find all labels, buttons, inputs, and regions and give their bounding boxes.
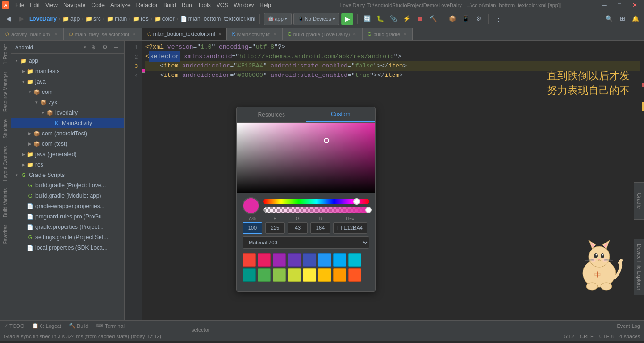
notifications-btn[interactable]: 🔔 [630,13,641,25]
menu-vcs[interactable]: VCS [214,1,231,9]
search-btn[interactable]: 🔍 [603,13,615,25]
side-tab-favorites[interactable]: Favorites [2,221,9,248]
cursor-position[interactable]: 5:12 [564,334,574,339]
breadcrumb-file[interactable]: mian_bottom_textcolor.xml [188,16,256,22]
close-btn[interactable]: ✕ [629,0,640,11]
color-gradient[interactable] [237,123,375,193]
tree-item-build-gradle-module[interactable]: ▶ G build.gradle (Module: app) [11,191,124,201]
tree-item-zyx[interactable]: ▾ 📦 zyx [11,97,124,108]
material-preset-select[interactable]: Material 700 Material 500 Material 300 M… [243,236,369,249]
profile-btn[interactable]: ⚡ [401,13,412,25]
tab-close-build-gradle-love[interactable]: ✕ [351,31,357,37]
tab-close-activity-main[interactable]: ✕ [53,31,59,37]
menu-help[interactable]: Help [257,1,274,9]
tab-close-main-they[interactable]: ✕ [131,31,137,37]
minimize-btn[interactable]: ─ [599,0,610,11]
menu-analyze[interactable]: Analyze [108,1,134,9]
tree-item-java-gen[interactable]: ▶ 📁 java (generated) [11,149,124,159]
red-input[interactable] [265,222,285,234]
alpha-input[interactable] [243,222,262,234]
menu-navigate[interactable]: Navigate [60,1,88,9]
tab-mainactivity[interactable]: K MainActivity.kt ✕ [227,28,283,40]
tree-item-java[interactable]: ▾ 📁 java [11,76,124,87]
tree-item-local-props[interactable]: ▶ 📄 local.properties (SDK Loca... [11,243,124,253]
tree-item-com[interactable]: ▾ 📦 com [11,87,124,97]
side-tab-project[interactable]: 1: Project [2,41,9,68]
back-btn[interactable]: ◀ [3,13,14,25]
alpha-slider[interactable] [263,207,369,213]
tab-build-gradle-love[interactable]: G build.gradle (Love Dairy) ✕ [283,28,363,40]
tab-close-mian-bottom[interactable]: ✕ [217,31,223,37]
hue-slider[interactable] [263,199,369,204]
breadcrumb-color[interactable]: color [162,16,175,22]
hex-input[interactable] [333,222,367,234]
tab-build-gradle[interactable]: G build.gradle ✕ [362,28,413,40]
swatch-red[interactable] [243,253,256,267]
indent-setting[interactable]: 4 spaces [619,334,640,339]
breadcrumb-app-folder[interactable]: app [70,16,80,22]
swatch-teal[interactable] [243,268,256,282]
sdk-btn[interactable]: 📦 [447,13,458,25]
swatch-pink[interactable] [258,253,271,267]
panel-gear-btn[interactable]: ⚙ [100,43,109,51]
tree-item-gradle-wrapper[interactable]: ▶ 📄 gradle-wrapper.properties... [11,201,124,211]
run-button[interactable]: ▶ [341,13,353,25]
swatch-orange[interactable] [333,268,346,282]
tree-item-gradle-scripts[interactable]: ▾ G Gradle Scripts [11,170,124,180]
event-log-btn[interactable]: Event Log [617,323,640,329]
breadcrumb-src[interactable]: src [93,16,101,22]
menu-run[interactable]: Run [179,1,195,9]
run-config-dropdown[interactable]: 🤖 app ▾ [264,13,292,25]
tree-item-lovedairy[interactable]: ▾ 📦 lovedairy [11,108,124,118]
panel-minimize-btn[interactable]: ─ [112,43,120,51]
tab-activity-main[interactable]: ⬡ activity_main.xml ✕ [0,28,64,40]
tree-item-build-gradle-project[interactable]: ▶ G build.gradle (Project: Love... [11,180,124,191]
menu-tools[interactable]: Tools [195,1,214,9]
tree-item-manifests[interactable]: ▶ 📁 manifests [11,66,124,76]
side-tab-structure[interactable]: Structure [2,116,9,142]
swatch-light-blue[interactable] [333,253,346,267]
tree-item-settings-gradle[interactable]: ▶ G settings.gradle (Project Set... [11,232,124,243]
panel-scope-btn[interactable]: ⊕ [89,43,98,51]
todo-btn[interactable]: ✓ TODO [4,323,25,329]
swatch-yellow[interactable] [303,268,316,282]
menu-window[interactable]: Window [231,1,257,9]
breadcrumb-app[interactable]: LoveDairy [29,16,57,22]
device-dropdown[interactable]: 📱 No Devices ▾ [293,13,339,25]
tree-item-com-test[interactable]: ▶ 📦 com (test) [11,139,124,149]
menu-edit[interactable]: Edit [27,1,42,9]
tab-close-mainactivity[interactable]: ✕ [272,31,277,37]
swatch-blue[interactable] [318,253,331,267]
sync-btn[interactable]: 🔄 [361,13,373,25]
terminal-btn[interactable]: ⌨ Terminal [96,323,125,329]
maximize-btn[interactable]: □ [614,0,625,11]
tree-item-app[interactable]: ▾ 📁 app [11,56,124,66]
side-tab-resource[interactable]: Resource Manager [2,68,9,116]
layout-btn[interactable]: ⊞ [617,13,628,25]
menu-build[interactable]: Build [160,1,179,9]
tree-item-mainactivity[interactable]: ▶ K MainActivity [11,118,124,128]
settings-btn[interactable]: ⚙ [473,13,485,25]
menu-file[interactable]: File [12,1,27,9]
tab-main-they[interactable]: ⬡ main_they_selector.xml ✕ [64,28,142,40]
picker-tab-resources[interactable]: Resources [237,107,306,122]
tree-item-proguard[interactable]: ▶ 📄 proguard-rules.pro (ProGu... [11,211,124,222]
more-btn[interactable]: ⋮ [493,13,504,25]
forward-btn[interactable]: ▶ [16,13,27,25]
side-tab-build[interactable]: Build Variants [2,184,9,221]
green-input[interactable] [288,222,308,234]
gradle-side-tab[interactable]: Gradle [634,182,644,220]
logcat-btn[interactable]: 📋 6: Logcat [32,323,61,329]
line-ending[interactable]: CRLF [580,334,594,339]
swatch-green[interactable] [258,268,271,282]
blue-input[interactable] [310,222,330,234]
swatch-purple[interactable] [273,253,286,267]
stop-btn[interactable]: ⏹ [414,13,426,25]
menu-view[interactable]: View [42,1,60,9]
attach-btn[interactable]: 📎 [388,13,399,25]
breadcrumb-res[interactable]: res [141,16,149,22]
device-file-explorer-tab[interactable]: Device File Explorer [634,239,644,295]
swatch-light-green[interactable] [273,268,286,282]
charset[interactable]: UTF-8 [599,334,614,339]
tree-item-gradle-props[interactable]: ▶ 📄 gradle.properties (Project... [11,222,124,232]
